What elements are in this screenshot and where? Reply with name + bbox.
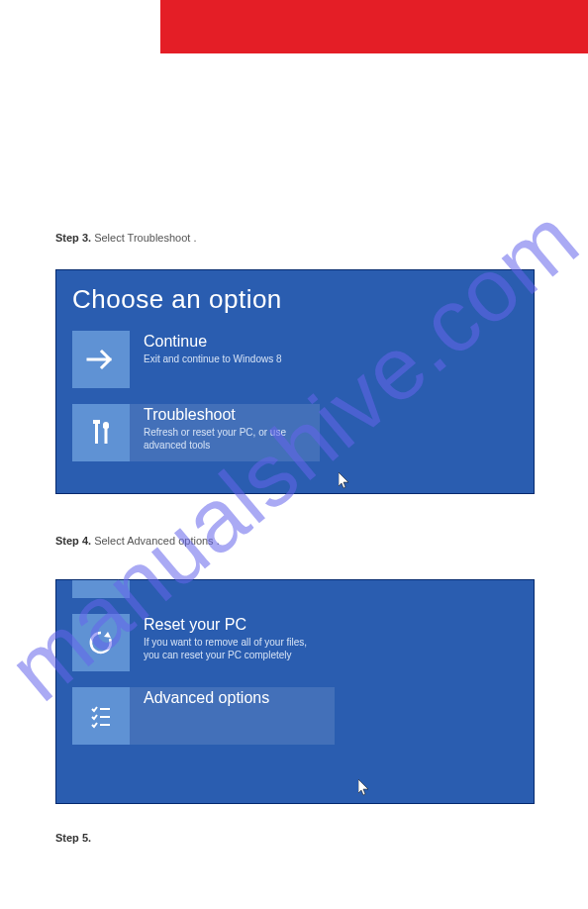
advanced-text: Advanced options xyxy=(130,687,269,707)
step-5-label: Step 5. xyxy=(55,832,91,844)
step-3-label: Step 3. xyxy=(55,232,91,244)
svg-rect-0 xyxy=(95,422,98,444)
advanced-title: Advanced options xyxy=(144,689,269,707)
step-4: Step 4. Select Advanced options . xyxy=(55,533,540,550)
troubleshoot-title: Troubleshoot xyxy=(144,406,312,424)
checklist-icon xyxy=(72,687,130,745)
reset-tile[interactable]: Reset your PC If you want to remove all … xyxy=(56,614,534,687)
step-4-label: Step 4. xyxy=(55,535,91,547)
refresh-icon xyxy=(72,579,130,598)
step-4-text: Select Advanced options . xyxy=(94,535,220,547)
svg-rect-1 xyxy=(93,420,100,424)
cursor-icon xyxy=(339,472,350,490)
reset-text: Reset your PC If you want to remove all … xyxy=(130,614,312,661)
cursor-icon xyxy=(358,779,370,797)
choose-option-panel: Choose an option Continue Exit and conti… xyxy=(55,269,535,494)
troubleshoot-panel: refresh it without losing your files Res… xyxy=(55,579,535,804)
step-3: Step 3. Select Troubleshoot . xyxy=(55,230,540,247)
troubleshoot-text: Troubleshoot Refresh or reset your PC, o… xyxy=(130,404,312,452)
reset-icon xyxy=(72,614,130,671)
panel-title: Choose an option xyxy=(56,270,534,331)
reset-title: Reset your PC xyxy=(144,616,312,634)
step-3-text: Select Troubleshoot . xyxy=(94,232,196,244)
continue-title: Continue xyxy=(144,333,282,351)
advanced-options-tile[interactable]: Advanced options xyxy=(72,687,335,745)
continue-desc: Exit and continue to Windows 8 xyxy=(144,353,282,365)
continue-tile[interactable]: Continue Exit and continue to Windows 8 xyxy=(56,331,534,404)
arrow-right-icon xyxy=(72,331,130,388)
refresh-tile[interactable]: refresh it without losing your files xyxy=(56,579,534,614)
svg-rect-2 xyxy=(105,429,108,444)
troubleshoot-desc: Refresh or reset your PC, or use advance… xyxy=(144,426,312,452)
reset-desc: If you want to remove all of your files,… xyxy=(144,636,312,661)
tools-icon xyxy=(72,404,130,461)
step-5: Step 5. xyxy=(55,830,540,847)
troubleshoot-tile[interactable]: Troubleshoot Refresh or reset your PC, o… xyxy=(72,404,320,461)
continue-text: Continue Exit and continue to Windows 8 xyxy=(130,331,282,365)
header-red-bar xyxy=(160,0,588,53)
